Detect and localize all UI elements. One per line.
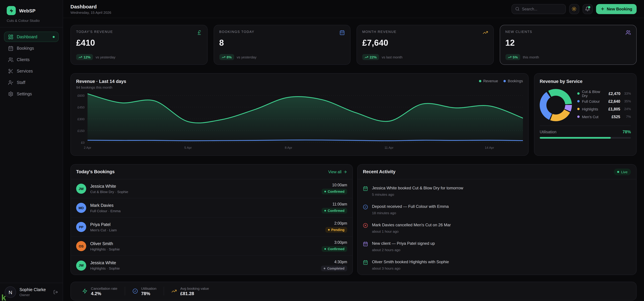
kpi-sub: this month xyxy=(523,55,539,59)
revenue-area-chart[interactable] xyxy=(88,93,523,144)
donut-legend: Cut & Blow Dry £2,470 33% Full Colour £2… xyxy=(577,90,631,121)
sidebar-item-label: Services xyxy=(17,69,33,73)
booking-row[interactable]: MD Mark Davies Full Colour · Emma 11:00a… xyxy=(71,198,352,218)
brand-name: WebSP xyxy=(19,8,36,13)
sidebar-item-dashboard[interactable]: Dashboard xyxy=(4,32,59,42)
sidebar-item-clients[interactable]: Clients xyxy=(4,54,59,65)
avatar: PP xyxy=(76,222,86,232)
legend-item-revenue: Revenue xyxy=(479,79,498,83)
legend-row: Cut & Blow Dry £2,470 33% xyxy=(577,90,631,97)
utilisation-label: Utilisation xyxy=(540,130,556,134)
activity-text: New client — Priya Patel signed up xyxy=(372,241,435,246)
brand-logo xyxy=(7,6,16,15)
trending-up-icon xyxy=(482,30,488,35)
activity-time: 5 minutes ago xyxy=(372,192,463,196)
status-badge: Confirmed xyxy=(322,246,347,252)
brand: WebSP xyxy=(0,0,63,15)
activity-item[interactable]: Deposit received — Full Colour with Emma… xyxy=(363,200,631,218)
revenue-by-service-panel: Revenue by Service Cut & Blow Dry £2,470 xyxy=(534,73,636,156)
check-circle-icon xyxy=(363,204,368,209)
panel-title: Revenue by Service xyxy=(540,79,631,84)
sidebar-item-label: Staff xyxy=(17,80,25,85)
chart-subtitle: 94 bookings this month xyxy=(76,85,126,89)
y-axis-labels: £600£450£300£150£0 xyxy=(76,93,88,144)
sidebar-item-bookings[interactable]: Bookings xyxy=(4,43,59,53)
view-all-link[interactable]: View all xyxy=(328,170,347,174)
user-profile[interactable]: N Sophie Clarke Owner xyxy=(0,283,63,301)
sidebar-item-label: Clients xyxy=(17,57,30,62)
new-booking-label: New Booking xyxy=(607,7,632,11)
stat-value: 4.2% xyxy=(91,291,118,296)
user-info: Sophie Clarke Owner xyxy=(20,287,46,297)
users-icon xyxy=(626,30,631,35)
booking-row[interactable]: JW Jessica White Highlights · Sophie 4:3… xyxy=(71,256,352,275)
active-dot xyxy=(53,36,55,38)
chart-legend: Revenue Bookings xyxy=(479,79,523,83)
pound-sterling-icon xyxy=(196,30,202,35)
avatar: JW xyxy=(76,184,86,194)
new-booking-button[interactable]: New Booking xyxy=(596,4,636,14)
activity-text: Oliver Smith booked Highlights with Soph… xyxy=(372,259,449,264)
booking-row[interactable]: OS Oliver Smith Highlights · Sophie 3:00… xyxy=(71,237,352,256)
charts-row: Revenue · Last 14 days 94 bookings this … xyxy=(70,73,636,156)
sidebar-item-label: Dashboard xyxy=(17,35,37,39)
donut-chart[interactable] xyxy=(540,89,572,121)
trending-up-icon xyxy=(172,288,177,294)
avatar: JW xyxy=(76,260,86,270)
sidebar-item-settings[interactable]: Settings xyxy=(4,89,59,99)
x-tick-label: 5 Apr xyxy=(184,146,192,149)
booking-detail: Men's Cut · Liam xyxy=(90,228,117,232)
activity-item[interactable]: New client — Priya Patel signed up about… xyxy=(363,237,631,255)
activity-time: 18 minutes ago xyxy=(372,211,449,215)
theme-toggle-button[interactable] xyxy=(569,4,579,14)
kpi-card-new-clients: NEW CLIENTS 12 5% this month xyxy=(500,25,636,65)
divider xyxy=(125,287,125,295)
kpi-value: 12 xyxy=(505,38,631,48)
panel-header: Today's Bookings View all xyxy=(71,165,352,179)
search-box[interactable] xyxy=(512,4,566,14)
y-tick-label: £0 xyxy=(81,141,84,144)
kpi-value: £7,640 xyxy=(362,38,488,48)
sidebar-item-services[interactable]: Services xyxy=(4,66,59,76)
x-circle-icon xyxy=(363,223,368,228)
legend-dot xyxy=(577,100,580,102)
activity-item[interactable]: Jessica White booked Cut & Blow Dry for … xyxy=(363,181,631,200)
arrow-right-icon xyxy=(343,170,347,174)
live-dot xyxy=(617,171,619,173)
calendar-icon xyxy=(340,30,345,35)
header-actions: New Booking xyxy=(512,4,636,14)
logout-icon[interactable] xyxy=(53,290,58,294)
client-name: Priya Patel xyxy=(90,222,117,227)
booking-detail: Highlights · Sophie xyxy=(90,266,120,270)
utilisation-bar-fill xyxy=(540,137,611,139)
activity-item[interactable]: Oliver Smith booked Highlights with Soph… xyxy=(363,255,631,274)
kpi-meta: 12% vs yesterday xyxy=(76,54,116,60)
kpi-delta-badge: 22% xyxy=(362,54,379,60)
sidebar-item-staff[interactable]: Staff xyxy=(4,77,59,88)
calendar-icon xyxy=(8,46,14,51)
notifications-button[interactable] xyxy=(582,4,593,14)
calendar-icon xyxy=(363,241,368,246)
activity-text: Mark Davies cancelled Men's Cut on 26 Ma… xyxy=(372,223,451,227)
brand-subtitle: Cuts & Colour Studio xyxy=(0,15,63,28)
search-input[interactable] xyxy=(522,7,562,11)
kpi-card-todays-revenue: TODAY'S REVENUE £410 12% vs yesterday xyxy=(70,25,208,65)
calendar-icon xyxy=(363,260,368,265)
lists-row: Today's Bookings View all JW Jessica Whi… xyxy=(70,164,636,275)
revenue-chart-panel: Revenue · Last 14 days 94 bookings this … xyxy=(70,73,528,156)
activity-text: Jessica White booked Cut & Blow Dry for … xyxy=(372,186,463,190)
zap-icon xyxy=(82,288,88,294)
booking-time: 3:00pm xyxy=(322,240,347,244)
booking-row[interactable]: JW Jessica White Cut & Blow Dry · Sophie… xyxy=(71,179,352,198)
kpi-sub: vs yesterday xyxy=(96,55,116,59)
legend-dot xyxy=(577,108,580,110)
booking-row[interactable]: PP Priya Patel Men's Cut · Liam 2:00pm P… xyxy=(71,218,352,237)
client-name: Oliver Smith xyxy=(90,241,120,246)
legend-dot xyxy=(503,80,506,82)
activity-item[interactable]: Mark Davies cancelled Men's Cut on 26 Ma… xyxy=(363,218,631,237)
booking-time: 4:30pm xyxy=(321,260,347,264)
y-tick-label: £300 xyxy=(78,117,84,121)
booking-time: 2:00pm xyxy=(325,221,347,225)
panel-title: Recent Activity xyxy=(363,169,396,174)
panel-header: Recent Activity Live xyxy=(358,165,636,179)
